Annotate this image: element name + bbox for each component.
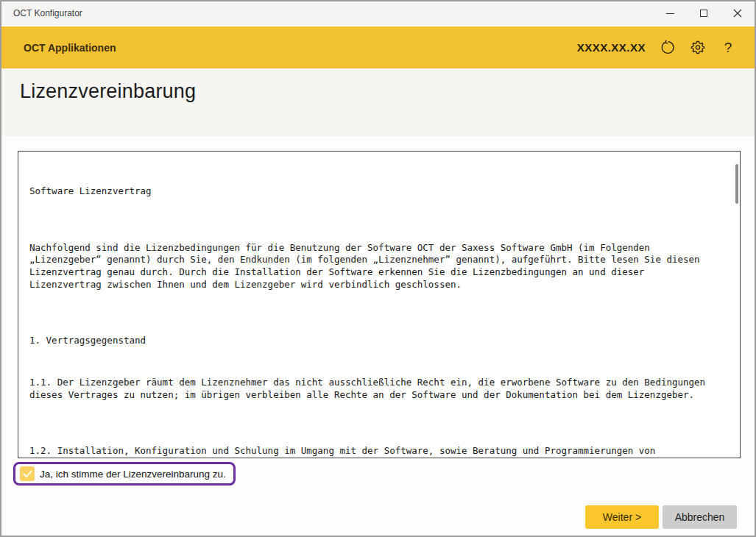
cancel-button[interactable]: Abbrechen: [663, 505, 737, 529]
question-mark-icon: ?: [724, 40, 732, 56]
consent-checkbox-label[interactable]: Ja, ich stimme der Lizenzvereinbarung zu…: [40, 469, 226, 480]
window-title: OCT Konfigurator: [13, 8, 82, 18]
window-controls: [653, 1, 755, 25]
license-text-box[interactable]: Software Lizenzvertrag Nachfolgend sind …: [18, 151, 741, 458]
version-label: XXXX.XX.XX: [577, 41, 646, 54]
consent-checkbox[interactable]: [20, 466, 35, 481]
header-right-group: XXXX.XX.XX ?: [577, 26, 736, 68]
license-paragraph: 1.1. Der Lizenzgeber räumt dem Lizenzneh…: [29, 377, 722, 401]
settings-button[interactable]: [690, 40, 706, 56]
help-button[interactable]: ?: [720, 40, 736, 56]
license-paragraph: Software Lizenzvertrag: [29, 185, 722, 198]
gear-icon: [690, 40, 705, 55]
close-icon: [733, 9, 742, 18]
consent-highlight-annotation[interactable]: Ja, ich stimme der Lizenzvereinbarung zu…: [13, 462, 236, 486]
page-title-section: Lizenzvereinbarung: [1, 68, 755, 136]
maximize-button[interactable]: [687, 1, 721, 25]
scrollbar-thumb[interactable]: [735, 164, 738, 204]
checkmark-icon: [23, 470, 32, 478]
next-button[interactable]: Weiter >: [585, 505, 659, 529]
refresh-icon: [660, 40, 676, 55]
license-paragraph: 1.2. Installation, Konfiguration und Sch…: [29, 445, 722, 458]
license-paragraph: Nachfolgend sind die Lizenzbedingungen f…: [29, 242, 722, 291]
app-header-title: OCT Applikationen: [24, 42, 116, 54]
titlebar: OCT Konfigurator: [1, 1, 755, 25]
refresh-button[interactable]: [660, 40, 676, 56]
minimize-icon: [666, 13, 674, 14]
page-title: Lizenzvereinbarung: [20, 80, 755, 103]
minimize-button[interactable]: [653, 1, 687, 25]
app-window: OCT Konfigurator OCT Applikationen XXXX.…: [0, 0, 756, 537]
app-header: OCT Applikationen XXXX.XX.XX ?: [1, 26, 755, 68]
close-button[interactable]: [721, 1, 755, 25]
maximize-icon: [700, 10, 707, 17]
license-section-heading: 1. Vertragsgegenstand: [29, 335, 722, 347]
